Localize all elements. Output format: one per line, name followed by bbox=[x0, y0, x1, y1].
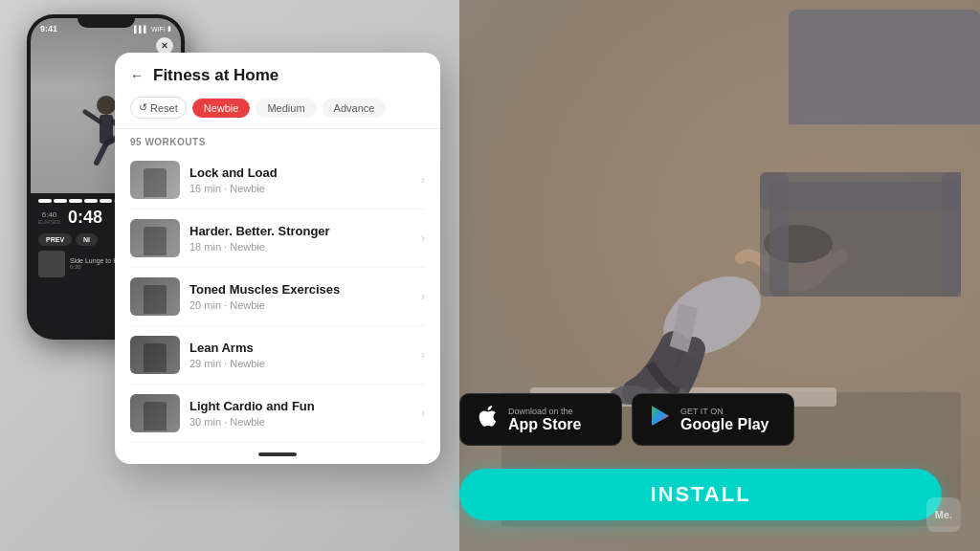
app-panel-nav: ← Fitness at Home bbox=[130, 66, 425, 85]
progress-bar-filled-2 bbox=[54, 199, 67, 203]
progress-bar-filled-5 bbox=[100, 199, 113, 203]
fitness-person-svg bbox=[501, 10, 961, 526]
google-play-button[interactable]: GET IT ON Google Play bbox=[632, 393, 794, 446]
app-store-sub: Download on the bbox=[508, 407, 581, 416]
workout-item-5[interactable]: Light Cardio and Fun 30 min · Newbie › bbox=[130, 385, 425, 443]
workout-meta-4: 29 min · Newbie bbox=[189, 358, 421, 369]
filter-reset-button[interactable]: ↺ Reset bbox=[130, 97, 187, 119]
workout-info-5: Light Cardio and Fun 30 min · Newbie bbox=[189, 399, 421, 428]
workout-name-1: Lock and Load bbox=[189, 165, 421, 180]
google-play-main: Google Play bbox=[680, 416, 768, 433]
workout-list: Lock and Load 16 min · Newbie › Harder. … bbox=[115, 151, 440, 443]
app-store-button[interactable]: Download on the App Store bbox=[459, 393, 622, 446]
svg-rect-10 bbox=[942, 172, 961, 297]
elapsed-value: 6:40 bbox=[42, 210, 57, 219]
phone-status-icons: ▌▌▌ WiFi ▮ bbox=[134, 25, 171, 33]
store-buttons-container: Download on the App Store bbox=[459, 393, 794, 446]
svg-line-15 bbox=[97, 143, 106, 163]
workout-meta-1: 16 min · Newbie bbox=[189, 183, 421, 194]
workout-thumb-1 bbox=[130, 161, 180, 199]
app-panel-header: ← Fitness at Home ↺ Reset Newbie Medium … bbox=[115, 53, 440, 129]
workout-name-5: Light Cardio and Fun bbox=[189, 399, 421, 413]
logo-text: Me. bbox=[935, 509, 952, 520]
workout-name-4: Lean Arms bbox=[189, 341, 421, 355]
workout-name-2: Harder. Better. Stronger bbox=[189, 224, 421, 238]
back-arrow-icon[interactable]: ← bbox=[130, 68, 144, 83]
workout-thumb-4 bbox=[130, 336, 180, 374]
workout-info-2: Harder. Better. Stronger 18 min · Newbie bbox=[189, 224, 421, 253]
workout-name-3: Toned Muscles Exercises bbox=[189, 282, 421, 297]
workout-meta-3: 20 min · Newbie bbox=[189, 299, 421, 311]
workout-item-4[interactable]: Lean Arms 29 min · Newbie › bbox=[130, 326, 425, 385]
app-panel-title: Fitness at Home bbox=[153, 66, 278, 85]
svg-rect-8 bbox=[760, 172, 961, 210]
google-play-sub: GET IT ON bbox=[680, 407, 768, 416]
apple-icon bbox=[476, 404, 501, 435]
logo-badge: Me. bbox=[926, 497, 961, 532]
workout-info-4: Lean Arms 29 min · Newbie bbox=[189, 341, 421, 369]
workout-item[interactable]: Lock and Load 16 min · Newbie › bbox=[130, 151, 425, 209]
google-play-text: GET IT ON Google Play bbox=[680, 407, 768, 433]
battery-icon: ▮ bbox=[167, 25, 171, 33]
reset-label: Reset bbox=[150, 102, 178, 114]
app-panel: ← Fitness at Home ↺ Reset Newbie Medium … bbox=[115, 53, 440, 464]
workout-item-3[interactable]: Toned Muscles Exercises 20 min · Newbie … bbox=[130, 268, 425, 326]
progress-bar-filled-4 bbox=[84, 199, 98, 203]
workouts-count: 95 WORKOUTS bbox=[115, 129, 440, 151]
app-store-main: App Store bbox=[508, 416, 581, 433]
signal-icon: ▌▌▌ bbox=[134, 26, 148, 33]
countdown-timer: 0:48 bbox=[68, 208, 102, 228]
svg-point-11 bbox=[97, 96, 116, 115]
prev-button[interactable]: PREV bbox=[38, 233, 72, 246]
workout-thumb-2 bbox=[130, 219, 180, 257]
workout-item-2[interactable]: Harder. Better. Stronger 18 min · Newbie… bbox=[130, 209, 425, 268]
progress-bar-filled bbox=[38, 199, 52, 203]
phone-notch bbox=[78, 14, 135, 28]
svg-line-13 bbox=[85, 112, 100, 121]
workout-meta-5: 30 min · Newbie bbox=[189, 416, 421, 428]
bottom-indicator bbox=[258, 452, 297, 456]
google-play-icon bbox=[648, 404, 673, 435]
svg-rect-9 bbox=[760, 172, 789, 297]
exercise-image-small bbox=[38, 251, 65, 277]
chevron-right-icon-4: › bbox=[421, 348, 425, 362]
filter-medium-button[interactable]: Medium bbox=[256, 99, 316, 118]
reset-icon: ↺ bbox=[139, 101, 147, 114]
install-button[interactable]: INSTALL bbox=[459, 469, 942, 520]
app-store-text: Download on the App Store bbox=[508, 407, 581, 433]
workout-info-3: Toned Muscles Exercises 20 min · Newbie bbox=[189, 282, 421, 311]
filter-advance-button[interactable]: Advance bbox=[323, 99, 387, 118]
chevron-right-icon-1: › bbox=[421, 173, 425, 187]
progress-bar-filled-3 bbox=[69, 199, 82, 203]
chevron-right-icon-5: › bbox=[421, 407, 425, 420]
workout-thumb-5 bbox=[130, 394, 180, 432]
elapsed-display: 6:40 ELAPSED bbox=[38, 210, 60, 225]
chevron-right-icon-3: › bbox=[421, 290, 425, 303]
next-button[interactable]: NI bbox=[76, 233, 98, 246]
workout-meta-2: 18 min · Newbie bbox=[189, 241, 421, 253]
workout-info-1: Lock and Load 16 min · Newbie bbox=[189, 165, 421, 194]
chevron-right-icon-2: › bbox=[421, 231, 425, 245]
install-button-label: INSTALL bbox=[650, 482, 750, 507]
elapsed-label: ELAPSED bbox=[38, 219, 60, 225]
wifi-icon: WiFi bbox=[151, 26, 165, 33]
filter-newbie-button[interactable]: Newbie bbox=[192, 99, 251, 118]
phone-time: 9:41 bbox=[40, 24, 57, 33]
filter-row: ↺ Reset Newbie Medium Advance bbox=[130, 97, 425, 119]
workout-thumb-3 bbox=[130, 277, 180, 316]
